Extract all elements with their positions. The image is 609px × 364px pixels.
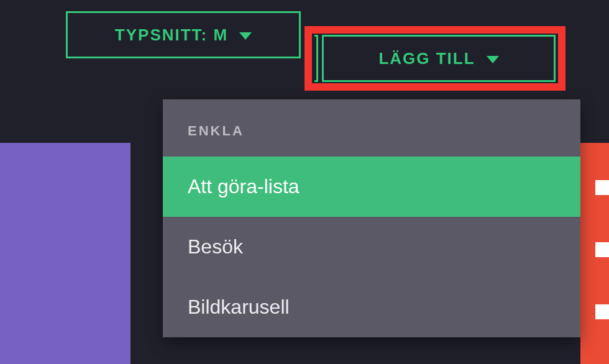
dropdown-item[interactable]: Besök	[163, 217, 580, 277]
dropdown-section-heading: ENKLA	[163, 99, 580, 157]
typsnitt-label: TYPSNITT: M	[115, 25, 228, 45]
decorative-stripe	[595, 304, 609, 319]
lagg-till-highlight-box: LÄGG TILL	[304, 26, 566, 91]
prev-button-edge	[314, 35, 318, 82]
lagg-till-dropdown-menu: ENKLA Att göra-listaBesökBildkarusell	[163, 99, 580, 337]
lagg-till-label: LÄGG TILL	[378, 49, 475, 68]
dropdown-item[interactable]: Att göra-lista	[163, 157, 580, 217]
caret-down-icon	[487, 56, 499, 63]
decorative-stripe	[595, 180, 609, 195]
background-card-purple	[0, 143, 130, 364]
caret-down-icon	[239, 32, 252, 40]
lagg-till-dropdown-button[interactable]: LÄGG TILL	[322, 35, 556, 82]
background-card-red	[580, 143, 609, 364]
typsnitt-dropdown-button[interactable]: TYPSNITT: M	[66, 11, 301, 58]
dropdown-item[interactable]: Bildkarusell	[163, 277, 580, 337]
decorative-stripe	[595, 242, 609, 257]
